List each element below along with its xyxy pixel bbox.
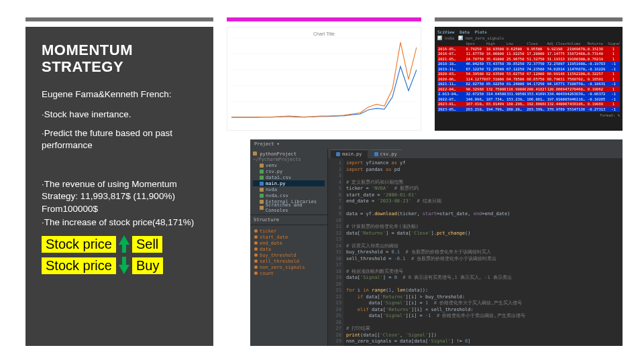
table-row[interactable]: 2020-06…114.1277087.5100084.7850088.8575… bbox=[437, 76, 620, 82]
table-row[interactable]: 2020-03…54.3950082.0350053.0275067.12000… bbox=[437, 72, 620, 77]
col-header: Open bbox=[466, 42, 486, 46]
col-header: Returns bbox=[587, 42, 607, 46]
sciview-menu-item[interactable]: Data bbox=[460, 29, 469, 34]
editor-tabs: main.pycsv.py bbox=[328, 149, 623, 158]
sciview-tabs: 📊 nvda📊 non_zero_signals bbox=[437, 36, 620, 40]
sciview-menu-item[interactable]: SciView bbox=[437, 29, 454, 34]
tag-row-buy: Stock price Buy bbox=[42, 257, 201, 274]
chart-panel: Chart Title bbox=[227, 27, 421, 131]
sciview-tab[interactable]: 📊 non_zero_signals bbox=[458, 36, 504, 40]
ide-sidebar: pythonProject ~/PycharmProjects venv csv… bbox=[250, 149, 328, 346]
tree-item[interactable]: data1.csv bbox=[253, 174, 325, 180]
structure-item[interactable]: ticker bbox=[254, 228, 323, 234]
structure-item[interactable]: count bbox=[254, 270, 323, 276]
ide-panel: Project▾ pythonProject ~/PycharmProjects… bbox=[250, 139, 623, 346]
tag-stock-price-2: Stock price bbox=[42, 257, 116, 274]
code-lines: import yfinance as yfimport pandas as pd… bbox=[343, 158, 623, 346]
table-row[interactable]: 2021-11…82.8275085.9225081.2400094.17250… bbox=[437, 82, 620, 87]
structure-item[interactable]: data bbox=[254, 246, 323, 252]
col-header: Close bbox=[526, 42, 546, 46]
col-header: High bbox=[486, 42, 506, 46]
sciview-menu: SciViewDataPlots bbox=[437, 29, 620, 34]
structure-header: Structure bbox=[250, 215, 327, 225]
table-row[interactable]: 2016-07…11.8775016.0600011.8225017.20000… bbox=[437, 52, 620, 57]
tag-stock-price-1: Stock price bbox=[42, 236, 116, 253]
code-editor: 1234567891011121314151617181920212223242… bbox=[328, 158, 623, 346]
table-body: 2016-05…8.7925010.035008.625009.955009.9… bbox=[437, 46, 620, 112]
gutter: 1234567891011121314151617181920212223242… bbox=[328, 158, 343, 346]
editor-tab[interactable]: main.py bbox=[331, 149, 368, 158]
col-header: Adj Close bbox=[546, 42, 566, 46]
chart-plot-area bbox=[231, 38, 417, 118]
chart-title: Chart Title bbox=[231, 32, 417, 36]
structure-list: tickerstart_dateend_datedatabuy_threshol… bbox=[250, 225, 327, 279]
sciview-menu-item[interactable]: Plots bbox=[475, 29, 487, 34]
ide-topbar: Project▾ bbox=[250, 139, 623, 149]
structure-item[interactable]: sell_threshold bbox=[254, 258, 323, 264]
project-tree: pythonProject ~/PycharmProjects venv csv… bbox=[250, 149, 327, 215]
tag-sell: Sell bbox=[132, 236, 162, 253]
table-row[interactable]: 2023-01…187.810…83.81499180.298…192.8808… bbox=[437, 102, 620, 107]
col-header: Low bbox=[506, 42, 526, 46]
table-row[interactable]: 2018-10…46.0425073.4375039.8525072.37750… bbox=[437, 62, 620, 67]
table-header: OpenHighLowCloseAdj CloseVolumeReturnsSi… bbox=[437, 42, 620, 46]
sciview-tab[interactable]: 📊 nvda bbox=[437, 36, 454, 40]
left-panel: MOMENTUMSTRATEGY Eugene Fama&Kenneth Fre… bbox=[25, 27, 213, 346]
accent-bar-right bbox=[435, 17, 623, 21]
table-row[interactable]: 2019-11…67.1225072.2850067.1225074.23500… bbox=[437, 66, 620, 72]
structure-item[interactable]: buy_threshold bbox=[254, 252, 323, 258]
tree-item[interactable]: nvda.csv bbox=[253, 192, 325, 198]
tree-item[interactable]: nvda bbox=[253, 186, 325, 192]
slide-title: MOMENTUMSTRATEGY bbox=[42, 42, 201, 76]
col-header: Volume bbox=[567, 42, 587, 46]
bullet-2: ·Predict the future based on past perfor… bbox=[42, 127, 201, 152]
accent-bar-left bbox=[25, 17, 213, 21]
tag-row-sell: Stock price Sell bbox=[42, 235, 201, 253]
dataframe-panel: SciViewDataPlots 📊 nvda📊 non_zero_signal… bbox=[435, 27, 623, 131]
editor-tab[interactable]: csv.py bbox=[369, 149, 402, 158]
tag-buy: Buy bbox=[132, 257, 163, 274]
slide: MOMENTUMSTRATEGY Eugene Fama&Kenneth Fre… bbox=[0, 0, 644, 362]
table-footer: Format: % bbox=[437, 113, 620, 117]
bullet-1: ·Stock have inertance. bbox=[42, 109, 201, 121]
structure-item[interactable]: start_date bbox=[254, 234, 323, 240]
structure-item[interactable]: end_date bbox=[254, 240, 323, 246]
authors-line: Eugene Fama&Kenneth French: bbox=[42, 89, 201, 99]
tag-area: Stock price Sell Stock price Buy bbox=[42, 235, 201, 274]
revenue-line-2: ·The increase of stock price(48,171%) bbox=[42, 217, 201, 229]
col-header: Signal bbox=[607, 42, 620, 46]
structure-item[interactable]: non_zero_signals bbox=[254, 264, 323, 270]
arrow-up-icon bbox=[119, 235, 129, 253]
revenue-line-1: ·The revenue of using Momentum Strategy:… bbox=[42, 178, 201, 215]
table-row[interactable]: 2023-05…283.210…194.799…280.20…283.399…3… bbox=[437, 107, 620, 112]
col-header bbox=[437, 42, 466, 46]
table-row[interactable]: 2022-04…90.32980132.75000118.99000200.41… bbox=[437, 86, 620, 92]
accent-bar-mid bbox=[227, 17, 421, 21]
table-row[interactable]: 2021-05…24.7075035.4100025.9675051.32750… bbox=[437, 56, 620, 62]
tree-item[interactable]: csv.py bbox=[253, 168, 325, 174]
arrow-down-icon bbox=[119, 257, 129, 274]
tree-item[interactable]: main.py bbox=[253, 180, 325, 186]
table-row[interactable]: 2022-07…148.098…187.734…153.239…186.081…… bbox=[437, 97, 620, 102]
table-row[interactable]: 2.013-04…32.67250314.64500331.90500353.4… bbox=[437, 92, 620, 97]
table-row[interactable]: 2016-05…8.7925010.035008.625009.955009.9… bbox=[437, 46, 620, 52]
